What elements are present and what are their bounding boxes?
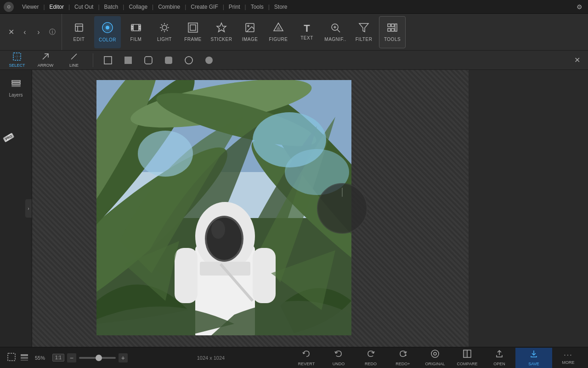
sticker-icon [216,22,227,35]
redo-button[interactable]: REDO [355,348,387,368]
menu-sep-8: | [245,4,246,10]
undo-icon [334,349,343,361]
redo-plus-button[interactable]: REDO+ [387,348,419,368]
menu-cutout[interactable]: Cut Out [71,3,97,11]
tool-color[interactable]: COLOR [94,16,121,48]
tool-buttons: EDIT COLOR [62,16,586,48]
original-button[interactable]: ORIGINAL [419,348,451,368]
save-button[interactable]: SAVE [515,348,552,368]
ratio-button[interactable]: 1:1 [52,354,64,362]
select-mode-icon[interactable] [7,353,16,363]
tool-light[interactable]: LIGHT [151,16,178,48]
tool-figure[interactable]: FIGURE [265,16,292,48]
menu-sep-9: | [268,4,270,10]
redo-plus-label: REDO+ [396,362,410,366]
menu-print[interactable]: Print [225,3,244,11]
more-button[interactable]: ··· MORE [552,348,584,368]
toolbar-nav: ✕ ‹ › ⓘ [2,14,62,50]
redo-label: REDO [365,362,377,366]
more-icon: ··· [564,351,572,359]
menu-creategif[interactable]: Create GIF [187,3,221,11]
shape-rect-outline[interactable] [99,52,117,69]
select-toolbar: SELECT ARROW LINE [0,51,588,70]
settings-icon[interactable]: ⚙ [574,2,584,12]
close-shapes-button[interactable]: ✕ [570,52,584,69]
layer-icon[interactable] [20,353,28,363]
menu-sep-1: | [43,4,45,10]
shape-circle-outline[interactable] [180,52,198,69]
menu-tools[interactable]: Tools [247,3,267,11]
svg-point-71 [211,220,225,239]
tool-frame[interactable]: FRAME [180,16,206,48]
film-label: FILM [130,37,142,42]
svg-rect-44 [145,57,152,64]
svg-rect-23 [190,25,196,30]
menu-collage[interactable]: Collage [125,3,151,11]
menu-combine[interactable]: Combine [154,3,184,11]
light-label: LIGHT [157,37,172,42]
sidebar-toggle[interactable]: › [25,199,32,218]
tool-edit[interactable]: EDIT [66,16,92,48]
toolbar2-sep [93,53,93,67]
revert-button[interactable]: REVERT [290,348,322,368]
svg-rect-74 [8,353,15,361]
svg-rect-45 [165,57,172,64]
close-button[interactable]: ✕ [5,26,17,39]
menu-batch[interactable]: Batch [101,3,122,11]
svg-rect-42 [104,57,112,64]
compare-label: COMPARE [457,362,478,366]
zoom-slider[interactable] [79,357,116,359]
open-button[interactable]: OPEN [483,348,515,368]
tool2-select[interactable]: SELECT [4,52,30,69]
tool-text[interactable]: T TEXT [294,16,320,48]
zoom-dial[interactable] [317,183,368,234]
edit-label: EDIT [74,37,85,42]
left-sidebar: Layers PRO › [0,70,32,347]
menu-viewer[interactable]: Viewer [18,3,42,11]
undo-button[interactable]: UNDO [322,348,355,368]
svg-rect-35 [391,29,394,31]
redo-icon [366,349,375,361]
compare-button[interactable]: COMPARE [451,348,483,368]
shape-circle-filled[interactable] [200,52,218,69]
tool-tools[interactable]: TOOLS [379,16,406,48]
tool-image[interactable]: IMAGE [237,16,263,48]
svg-point-81 [434,352,436,355]
app-logo[interactable]: ⊙ [4,2,14,12]
next-button[interactable]: › [32,26,45,39]
svg-rect-36 [395,24,397,31]
tool2-arrow[interactable]: ARROW [32,52,59,69]
shape-rounded-outline[interactable] [139,52,158,69]
zoom-out-button[interactable]: − [67,353,76,362]
prev-button[interactable]: ‹ [18,26,31,39]
canvas-area[interactable] [32,70,469,347]
select-label: SELECT [9,63,25,68]
tool-filter[interactable]: FILTER [351,16,377,48]
svg-rect-9 [131,26,133,27]
zoom-controls: 55% 1:1 − + [4,353,131,363]
tool2-line[interactable]: LINE [61,52,87,69]
menu-store[interactable]: Store [271,3,291,11]
tool-magnify[interactable]: MAGNIF.. [322,16,349,48]
tools-icon [387,22,398,35]
revert-icon [302,349,311,361]
edit-icon [74,22,85,35]
svg-point-47 [205,57,213,64]
color-label: COLOR [99,37,116,42]
tool-film[interactable]: FILM [123,16,149,48]
zoom-in-button[interactable]: + [119,353,128,362]
right-panel [469,70,588,347]
menu-editor[interactable]: Editor [46,3,68,11]
image-label: IMAGE [242,37,258,42]
sidebar-item-layers[interactable]: Layers [2,74,30,101]
svg-rect-66 [175,248,198,303]
svg-rect-84 [464,350,467,357]
info-button[interactable]: ⓘ [46,26,59,39]
tool-sticker[interactable]: STICKER [208,16,235,48]
image-container [96,80,351,337]
figure-icon [273,22,284,35]
svg-line-20 [161,30,162,31]
bottom-actions: REVERT UNDO REDO [290,348,584,368]
shape-rounded-filled[interactable] [159,52,178,69]
shape-rect-filled[interactable] [119,52,137,69]
